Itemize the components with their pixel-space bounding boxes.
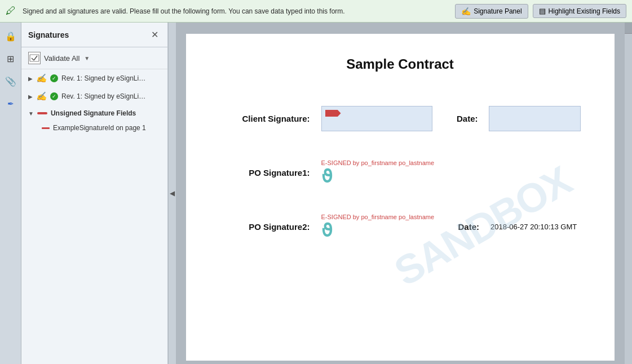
sig-icon-2: ✍ bbox=[36, 91, 47, 101]
scrollbar[interactable] bbox=[624, 23, 632, 364]
unsigned-expand-arrow: ▼ bbox=[28, 110, 34, 117]
client-date-field[interactable] bbox=[489, 106, 580, 131]
unsigned-section[interactable]: ▼ Unsigned Signature Fields bbox=[21, 105, 167, 121]
valid-signature-icon: 🖊 bbox=[6, 5, 16, 17]
collapse-chevron-icon: ◀ bbox=[170, 189, 175, 197]
pages-icon[interactable]: ⊞ bbox=[3, 51, 19, 66]
unsigned-item-icon bbox=[42, 127, 50, 129]
signature-panel-button[interactable]: ✍ Signature Panel bbox=[455, 4, 528, 19]
po-signature2-esigned: E-SIGNED by po_firstname po_lastname ϑ bbox=[321, 214, 435, 239]
signatures-panel: Signatures ✕ Validate All ▼ ▶ ✍ ✓ Rev. 1… bbox=[21, 23, 168, 364]
signature-panel-label: Signature Panel bbox=[474, 7, 521, 15]
sig-entry-1[interactable]: ▶ ✍ ✓ Rev. 1: Signed by eSignLive <sig bbox=[21, 69, 167, 87]
document-area[interactable]: SANDBOX Sample Contract Client Signature… bbox=[176, 23, 624, 364]
top-bar-message: Signed and all signatures are valid. Ple… bbox=[23, 7, 450, 15]
scroll-up-button[interactable] bbox=[625, 23, 632, 34]
attachments-icon[interactable]: 📎 bbox=[3, 73, 19, 89]
signatures-title: Signatures bbox=[28, 30, 69, 39]
collapse-panel-button[interactable]: ◀ bbox=[168, 23, 176, 364]
signatures-close-button[interactable]: ✕ bbox=[149, 28, 161, 41]
main-layout: 🔒 ⊞ 📎 ✒ Signatures ✕ Validate All ▼ ▶ ✍ bbox=[0, 23, 632, 364]
unsigned-item-1[interactable]: ExampleSignatureId on page 1 bbox=[21, 121, 167, 135]
validate-all-label: Validate All bbox=[44, 54, 79, 63]
sig-icon-1: ✍ bbox=[36, 73, 47, 83]
highlight-icon: ▤ bbox=[539, 7, 546, 15]
validate-icon bbox=[28, 52, 41, 64]
po-signature1-label: PO Signature1: bbox=[220, 168, 310, 177]
document-content: SANDBOX Sample Contract Client Signature… bbox=[186, 34, 615, 361]
client-signature-field[interactable] bbox=[321, 106, 433, 131]
dropdown-arrow: ▼ bbox=[84, 55, 90, 61]
po-sig2-esigned-logo: ϑ bbox=[321, 221, 333, 239]
svg-line-1 bbox=[32, 58, 34, 60]
valid-check-1: ✓ bbox=[50, 74, 58, 82]
client-signature-label: Client Signature: bbox=[220, 114, 310, 123]
unsigned-label: Unsigned Signature Fields bbox=[51, 109, 136, 117]
client-date-label: Date: bbox=[444, 114, 478, 123]
validate-all-row[interactable]: Validate All ▼ bbox=[21, 47, 167, 69]
sig-entry-2[interactable]: ▶ ✍ ✓ Rev. 1: Signed by eSignLive <sig bbox=[21, 87, 167, 105]
valid-check-2: ✓ bbox=[50, 92, 58, 100]
svg-rect-0 bbox=[30, 55, 39, 61]
unsigned-dash-icon bbox=[37, 112, 47, 114]
po-sig2-esigned-text: E-SIGNED by po_firstname po_lastname bbox=[321, 214, 435, 220]
lock-icon[interactable]: 🔒 bbox=[3, 28, 19, 44]
po-sig2-date-label: Date: bbox=[445, 222, 479, 232]
highlight-fields-label: Highlight Existing Fields bbox=[549, 7, 620, 15]
po-sig2-date-value: 2018-06-27 20:10:13 GMT bbox=[490, 223, 577, 231]
signatures-header: Signatures ✕ bbox=[21, 23, 167, 47]
po-signature2-label: PO Signature2: bbox=[220, 222, 310, 232]
sig-entry-label-2: Rev. 1: Signed by eSignLive <sig bbox=[61, 92, 149, 100]
signature-arrow-tab bbox=[325, 110, 341, 117]
po-sig1-esigned-text: E-SIGNED by po_firstname po_lastname bbox=[321, 159, 435, 166]
po-sig1-esigned-logo: ϑ bbox=[321, 167, 333, 185]
client-signature-row: Client Signature: Date: bbox=[220, 106, 581, 131]
icon-bar: 🔒 ⊞ 📎 ✒ bbox=[0, 23, 21, 364]
po-signature2-row: PO Signature2: E-SIGNED by po_firstname … bbox=[220, 214, 581, 239]
unsigned-item-label: ExampleSignatureId on page 1 bbox=[53, 124, 146, 132]
po-signature1-esigned: E-SIGNED by po_firstname po_lastname ϑ bbox=[321, 159, 435, 185]
svg-line-2 bbox=[34, 56, 37, 60]
po-signature1-row: PO Signature1: E-SIGNED by po_firstname … bbox=[220, 159, 581, 185]
expand-arrow-1: ▶ bbox=[28, 76, 33, 82]
document-title: Sample Contract bbox=[220, 56, 581, 72]
sig-entry-label-1: Rev. 1: Signed by eSignLive <sig bbox=[61, 74, 149, 82]
signature-panel-icon: ✍ bbox=[461, 7, 471, 16]
top-bar: 🖊 Signed and all signatures are valid. P… bbox=[0, 0, 632, 23]
expand-arrow-2: ▶ bbox=[28, 94, 33, 100]
highlight-fields-button[interactable]: ▤ Highlight Existing Fields bbox=[533, 4, 626, 18]
signatures-icon[interactable]: ✒ bbox=[3, 96, 19, 112]
